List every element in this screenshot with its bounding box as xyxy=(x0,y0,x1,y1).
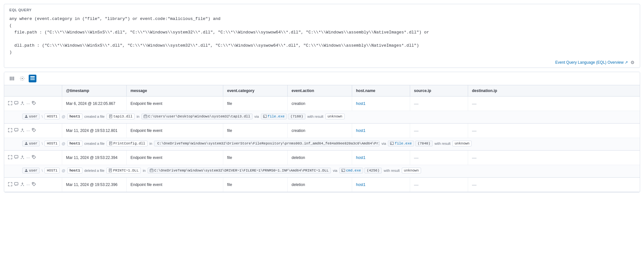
col-message-header[interactable]: message xyxy=(127,85,223,96)
in-label-3: in xyxy=(142,169,146,172)
columns-icon[interactable] xyxy=(8,75,16,82)
svg-rect-0 xyxy=(10,77,11,80)
detail-filename-3: PRINTC~1.DLL xyxy=(106,168,141,173)
comment-icon-3[interactable] xyxy=(14,155,18,160)
cell-sourceip-1: — xyxy=(410,97,468,111)
svg-rect-13 xyxy=(14,128,18,131)
host-link-3[interactable]: host1 xyxy=(356,155,365,160)
svg-rect-6 xyxy=(30,79,35,80)
col-destip-header[interactable]: destination.ip xyxy=(468,85,526,96)
detail-path-2: C:\OneDriveTemp\Windows\system32\DriverS… xyxy=(154,141,380,146)
expand-icon-2[interactable] xyxy=(8,128,12,133)
action-value-2: creation xyxy=(292,128,305,133)
pin-icon-4[interactable] xyxy=(20,182,24,187)
svg-point-8 xyxy=(33,102,34,103)
table-row: ··· Mar 11, 2024 @ 19:53:22.396 Endpoint… xyxy=(4,178,640,192)
action-value-1: creation xyxy=(292,101,305,106)
detail-machine-3: HOST1 xyxy=(44,168,60,173)
category-value-2: file xyxy=(227,128,232,133)
detail-filename-1: tapi3.dll xyxy=(107,114,135,119)
svg-rect-19 xyxy=(14,155,18,158)
detail-host-3: host1 xyxy=(67,168,82,173)
expand-icon-1[interactable] xyxy=(8,101,12,106)
table-row-detail-3: user \ HOST1 @ host1 deleted a file PRIN… xyxy=(4,165,640,177)
pin-icon-3[interactable] xyxy=(20,155,24,160)
cell-destip-1: — xyxy=(468,97,526,111)
cell-destip-3: — xyxy=(468,151,526,165)
svg-point-14 xyxy=(33,129,34,130)
more-icon-2[interactable]: ··· xyxy=(26,128,30,133)
cell-action-2: creation xyxy=(288,124,352,138)
detail-machine-2: HOST1 xyxy=(44,141,60,146)
detail-user-1: user xyxy=(22,114,40,119)
cell-action-4: deletion xyxy=(288,178,352,192)
eql-section: EQL query any where (event.category in (… xyxy=(4,4,640,68)
detail-process-3: cmd.exe xyxy=(339,168,363,173)
more-icon-1[interactable]: ··· xyxy=(26,101,30,106)
cell-timestamp-4: Mar 11, 2024 @ 19:53:22.396 xyxy=(62,178,127,192)
svg-point-20 xyxy=(33,156,34,157)
expand-icon-4[interactable] xyxy=(8,182,12,187)
timestamp-value-4: Mar 11, 2024 @ 19:53:22.396 xyxy=(66,182,118,187)
col-hostname-header[interactable]: host.name xyxy=(352,85,410,96)
tag-icon-2[interactable] xyxy=(32,128,36,133)
timestamp-value-1: Mar 6, 2024 @ 16:22:05.867 xyxy=(66,101,115,106)
settings-icon[interactable]: ⚙ xyxy=(630,60,635,65)
col-sourceip-header[interactable]: source.ip xyxy=(410,85,468,96)
detail-pid-1: (7160) xyxy=(288,114,305,119)
tag-icon-1[interactable] xyxy=(32,101,36,106)
detail-tags-2: user \ HOST1 @ host1 created a file Prin… xyxy=(22,141,636,146)
table-view-icon[interactable] xyxy=(29,75,36,82)
cell-sourceip-3: — xyxy=(410,151,468,165)
svg-rect-4 xyxy=(30,76,35,77)
sep-3b: @ xyxy=(61,169,66,172)
detail-process-1: file.exe xyxy=(261,114,287,119)
col-category-header[interactable]: event.category xyxy=(223,85,288,96)
sep-3a: \ xyxy=(41,169,43,172)
svg-point-26 xyxy=(33,183,34,184)
col-timestamp-header[interactable]: @timestamp xyxy=(62,85,127,96)
comment-icon-1[interactable] xyxy=(14,101,18,106)
page-container: EQL query any where (event.category in (… xyxy=(0,0,644,278)
cell-message-3: Endpoint file event xyxy=(127,151,223,165)
eql-code: any where (event.category in ("file", "l… xyxy=(9,14,635,57)
expand-icon-3[interactable] xyxy=(8,155,12,160)
cell-category-4: file xyxy=(223,178,288,192)
eql-overview-link[interactable]: Event Query Language (EQL) Overview ↗ xyxy=(555,60,628,65)
table-row: ··· Mar 6, 2024 @ 16:22:05.867 Endpoint … xyxy=(4,97,640,124)
cell-actions-3: ··· xyxy=(4,151,62,165)
message-value-2: Endpoint file event xyxy=(130,128,162,133)
detail-result-2: unknown xyxy=(452,141,472,146)
cell-timestamp-2: Mar 11, 2024 @ 19:53:12.801 xyxy=(62,124,127,138)
cell-hostname-3: host1 xyxy=(352,151,410,165)
eql-label: EQL query xyxy=(9,8,635,12)
comment-icon-4[interactable] xyxy=(14,182,18,187)
host-link-1[interactable]: host1 xyxy=(356,101,365,106)
settings-table-icon[interactable] xyxy=(18,75,26,82)
pin-icon-2[interactable] xyxy=(20,128,24,133)
verb-label-2: created a file xyxy=(84,142,105,145)
svg-rect-23 xyxy=(150,169,153,172)
more-icon-4[interactable]: ··· xyxy=(26,182,30,187)
pin-icon-1[interactable] xyxy=(20,101,24,106)
table-row: ··· Mar 11, 2024 @ 19:53:12.801 Endpoint… xyxy=(4,124,640,151)
action-value-3: deletion xyxy=(292,155,305,160)
svg-point-15 xyxy=(26,142,27,144)
host-link-2[interactable]: host1 xyxy=(356,128,365,133)
cell-hostname-2: host1 xyxy=(352,124,410,138)
detail-filename-2: PrintConfig.dll xyxy=(107,141,148,146)
cell-message-4: Endpoint file event xyxy=(127,178,223,192)
col-action-header[interactable]: event.action xyxy=(288,85,352,96)
result-label-2: with result xyxy=(434,142,451,145)
via-label-3: via xyxy=(332,169,338,172)
host-link-4[interactable]: host1 xyxy=(356,182,365,187)
comment-icon-2[interactable] xyxy=(14,128,18,133)
timestamp-value-2: Mar 11, 2024 @ 19:53:12.801 xyxy=(66,128,118,133)
more-icon-3[interactable]: ··· xyxy=(26,155,30,160)
category-value-3: file xyxy=(227,155,232,160)
cell-actions-1: ··· xyxy=(4,97,62,111)
detail-user-2: user xyxy=(22,141,40,146)
tag-icon-4[interactable] xyxy=(32,182,36,187)
tag-icon-3[interactable] xyxy=(32,155,36,160)
svg-rect-2 xyxy=(13,77,14,80)
